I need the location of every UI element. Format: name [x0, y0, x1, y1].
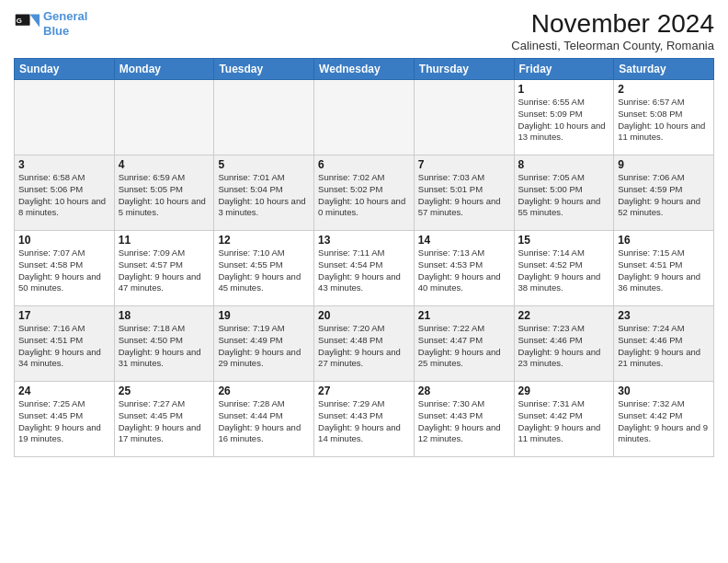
cell-info: Sunrise: 7:23 AM Sunset: 4:46 PM Dayligh… [518, 323, 601, 368]
day-number: 28 [418, 385, 510, 397]
day-number: 9 [618, 158, 710, 171]
cal-cell: 14Sunrise: 7:13 AM Sunset: 4:53 PM Dayli… [414, 231, 514, 306]
cal-cell: 26Sunrise: 7:28 AM Sunset: 4:44 PM Dayli… [214, 382, 314, 457]
cell-info: Sunrise: 7:19 AM Sunset: 4:49 PM Dayligh… [218, 323, 301, 368]
day-number: 22 [518, 309, 610, 322]
cell-info: Sunrise: 7:16 AM Sunset: 4:51 PM Dayligh… [18, 323, 101, 368]
cell-info: Sunrise: 7:27 AM Sunset: 4:45 PM Dayligh… [119, 398, 201, 443]
cal-cell: 2Sunrise: 6:57 AM Sunset: 5:08 PM Daylig… [614, 80, 714, 155]
day-header-thursday: Thursday [414, 59, 514, 80]
cell-info: Sunrise: 7:14 AM Sunset: 4:52 PM Dayligh… [518, 247, 601, 293]
day-number: 11 [119, 234, 210, 247]
day-number: 29 [518, 385, 610, 397]
day-number: 4 [119, 158, 210, 171]
cell-info: Sunrise: 7:05 AM Sunset: 5:00 PM Dayligh… [518, 172, 601, 217]
day-number: 30 [618, 385, 710, 397]
cal-cell: 6Sunrise: 7:02 AM Sunset: 5:02 PM Daylig… [314, 155, 415, 231]
month-title: November 2024 [511, 9, 714, 39]
header: G General Blue November 2024 Calinesti, … [14, 9, 714, 52]
day-number: 2 [618, 83, 710, 96]
cal-cell: 16Sunrise: 7:15 AM Sunset: 4:51 PM Dayli… [614, 231, 714, 306]
cal-cell: 17Sunrise: 7:16 AM Sunset: 4:51 PM Dayli… [15, 306, 115, 382]
cal-cell: 9Sunrise: 7:06 AM Sunset: 4:59 PM Daylig… [614, 155, 714, 231]
cell-info: Sunrise: 6:59 AM Sunset: 5:05 PM Dayligh… [119, 172, 206, 217]
cell-info: Sunrise: 7:15 AM Sunset: 4:51 PM Dayligh… [618, 247, 700, 293]
cal-cell: 29Sunrise: 7:31 AM Sunset: 4:42 PM Dayli… [514, 382, 614, 457]
day-header-friday: Friday [514, 59, 614, 80]
day-number: 17 [18, 309, 110, 322]
cell-info: Sunrise: 7:22 AM Sunset: 4:47 PM Dayligh… [418, 323, 501, 368]
cal-cell [414, 80, 514, 155]
cell-info: Sunrise: 6:57 AM Sunset: 5:08 PM Dayligh… [618, 97, 705, 142]
day-number: 15 [518, 234, 610, 247]
day-number: 16 [618, 234, 710, 247]
day-header-monday: Monday [114, 59, 214, 80]
day-number: 26 [218, 385, 310, 397]
svg-text:G: G [17, 17, 22, 25]
cell-info: Sunrise: 7:20 AM Sunset: 4:48 PM Dayligh… [318, 323, 401, 368]
cell-info: Sunrise: 7:18 AM Sunset: 4:50 PM Dayligh… [119, 323, 201, 368]
location: Calinesti, Teleorman County, Romania [511, 39, 714, 52]
cell-info: Sunrise: 7:07 AM Sunset: 4:58 PM Dayligh… [18, 247, 101, 293]
cal-cell [214, 80, 314, 155]
cell-info: Sunrise: 7:03 AM Sunset: 5:01 PM Dayligh… [418, 172, 501, 217]
cal-cell: 13Sunrise: 7:11 AM Sunset: 4:54 PM Dayli… [314, 231, 415, 306]
cal-cell: 10Sunrise: 7:07 AM Sunset: 4:58 PM Dayli… [15, 231, 115, 306]
week-row-4: 17Sunrise: 7:16 AM Sunset: 4:51 PM Dayli… [15, 306, 714, 382]
cell-info: Sunrise: 7:09 AM Sunset: 4:57 PM Dayligh… [119, 247, 201, 293]
day-number: 25 [119, 385, 210, 397]
cal-cell: 28Sunrise: 7:30 AM Sunset: 4:43 PM Dayli… [414, 382, 514, 457]
cell-info: Sunrise: 7:24 AM Sunset: 4:46 PM Dayligh… [618, 323, 700, 368]
day-number: 18 [119, 309, 210, 322]
cal-cell: 5Sunrise: 7:01 AM Sunset: 5:04 PM Daylig… [214, 155, 314, 231]
day-number: 21 [418, 309, 510, 322]
day-number: 23 [618, 309, 710, 322]
cal-cell: 20Sunrise: 7:20 AM Sunset: 4:48 PM Dayli… [314, 306, 415, 382]
day-number: 12 [218, 234, 310, 247]
cal-cell: 4Sunrise: 6:59 AM Sunset: 5:05 PM Daylig… [114, 155, 214, 231]
day-header-tuesday: Tuesday [214, 59, 314, 80]
day-header-wednesday: Wednesday [314, 59, 415, 80]
cal-cell: 21Sunrise: 7:22 AM Sunset: 4:47 PM Dayli… [414, 306, 514, 382]
cal-cell: 12Sunrise: 7:10 AM Sunset: 4:55 PM Dayli… [214, 231, 314, 306]
cal-cell: 7Sunrise: 7:03 AM Sunset: 5:01 PM Daylig… [414, 155, 514, 231]
cal-cell: 27Sunrise: 7:29 AM Sunset: 4:43 PM Dayli… [314, 382, 415, 457]
cal-cell: 22Sunrise: 7:23 AM Sunset: 4:46 PM Dayli… [514, 306, 614, 382]
cell-info: Sunrise: 7:31 AM Sunset: 4:42 PM Dayligh… [518, 398, 601, 443]
day-number: 1 [518, 83, 610, 96]
logo-icon: G [14, 11, 40, 37]
logo: G General Blue [14, 9, 87, 38]
cell-info: Sunrise: 7:13 AM Sunset: 4:53 PM Dayligh… [418, 247, 501, 293]
cell-info: Sunrise: 7:29 AM Sunset: 4:43 PM Dayligh… [318, 398, 401, 443]
cal-cell [314, 80, 415, 155]
cal-cell: 15Sunrise: 7:14 AM Sunset: 4:52 PM Dayli… [514, 231, 614, 306]
cell-info: Sunrise: 7:25 AM Sunset: 4:45 PM Dayligh… [18, 398, 101, 443]
logo-text: General Blue [43, 9, 87, 38]
day-header-saturday: Saturday [614, 59, 714, 80]
cal-cell: 11Sunrise: 7:09 AM Sunset: 4:57 PM Dayli… [114, 231, 214, 306]
cal-cell: 19Sunrise: 7:19 AM Sunset: 4:49 PM Dayli… [214, 306, 314, 382]
cell-info: Sunrise: 7:01 AM Sunset: 5:04 PM Dayligh… [218, 172, 305, 217]
day-header-sunday: Sunday [15, 59, 115, 80]
page: G General Blue November 2024 Calinesti, … [0, 0, 728, 563]
cal-cell [15, 80, 115, 155]
week-row-5: 24Sunrise: 7:25 AM Sunset: 4:45 PM Dayli… [15, 382, 714, 457]
cal-cell: 8Sunrise: 7:05 AM Sunset: 5:00 PM Daylig… [514, 155, 614, 231]
cell-info: Sunrise: 6:58 AM Sunset: 5:06 PM Dayligh… [18, 172, 106, 217]
cell-info: Sunrise: 7:10 AM Sunset: 4:55 PM Dayligh… [218, 247, 301, 293]
cal-cell [114, 80, 214, 155]
cell-info: Sunrise: 7:30 AM Sunset: 4:43 PM Dayligh… [418, 398, 501, 443]
cal-cell: 3Sunrise: 6:58 AM Sunset: 5:06 PM Daylig… [15, 155, 115, 231]
cal-cell: 25Sunrise: 7:27 AM Sunset: 4:45 PM Dayli… [114, 382, 214, 457]
day-number: 5 [218, 158, 310, 171]
cell-info: Sunrise: 7:02 AM Sunset: 5:02 PM Dayligh… [318, 172, 405, 217]
cal-cell: 1Sunrise: 6:55 AM Sunset: 5:09 PM Daylig… [514, 80, 614, 155]
cal-cell: 30Sunrise: 7:32 AM Sunset: 4:42 PM Dayli… [614, 382, 714, 457]
day-number: 6 [318, 158, 410, 171]
week-row-1: 1Sunrise: 6:55 AM Sunset: 5:09 PM Daylig… [15, 80, 714, 155]
day-number: 20 [318, 309, 410, 322]
day-number: 19 [218, 309, 310, 322]
week-row-2: 3Sunrise: 6:58 AM Sunset: 5:06 PM Daylig… [15, 155, 714, 231]
cell-info: Sunrise: 6:55 AM Sunset: 5:09 PM Dayligh… [518, 97, 606, 142]
day-number: 3 [18, 158, 110, 171]
